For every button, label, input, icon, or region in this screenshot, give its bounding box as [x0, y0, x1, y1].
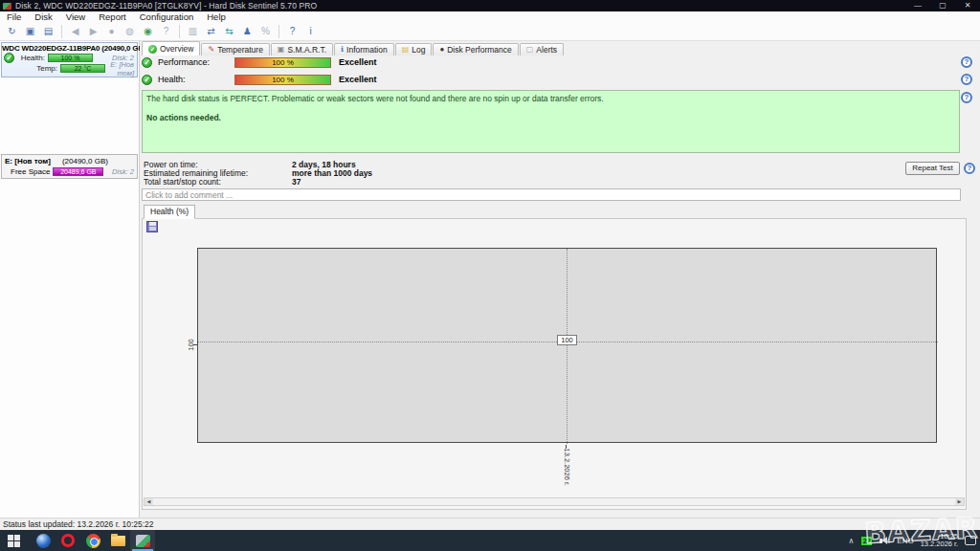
refresh-icon[interactable]: ↻	[4, 24, 20, 39]
disk-status-textbox: The hard disk status is PERFECT. Problem…	[142, 90, 960, 153]
identify-disk-icon[interactable]: ?	[158, 24, 174, 39]
toolbar-separator	[278, 25, 279, 38]
sync-data-icon[interactable]: ⇆	[221, 24, 237, 39]
user-accounts-icon[interactable]: ♟	[239, 24, 256, 39]
tab-disk-performance[interactable]: ● Disk Performance	[433, 43, 518, 55]
disk-performance-icon: ●	[439, 46, 444, 54]
menu-disk[interactable]: Disk	[28, 11, 58, 23]
volume-icon[interactable]: )	[880, 537, 890, 544]
tray-clock[interactable]: 10:25 13.2.2026 г.	[921, 533, 958, 548]
start-stop-count-value: 37	[292, 178, 301, 187]
tab-health-chart[interactable]: Health (%)	[144, 205, 195, 219]
analyse-disk-icon[interactable]: ▣	[22, 24, 38, 39]
health-help-icon[interactable]: ?	[961, 74, 972, 85]
toolbar: ↻ ▣ ▤ ◀ ▶ ● ◍ ◉ ? ▥ ⇄ ⇆ ♟ % ? i	[0, 23, 980, 41]
disk-surface-test-icon[interactable]: ●	[103, 24, 120, 39]
log-icon: ▤	[402, 46, 410, 54]
maximize-button[interactable]: ▢	[930, 0, 955, 11]
menu-help[interactable]: Help	[200, 11, 233, 23]
send-report-icon[interactable]: ⇄	[203, 24, 219, 39]
repeat-test-help-icon[interactable]: ?	[964, 163, 975, 174]
health-label: Health:	[16, 54, 45, 62]
health-meter: 100 %	[234, 75, 331, 85]
disk-status-text: The hard disk status is PERFECT. Problem…	[146, 94, 955, 103]
disk-list-item-selected[interactable]: WDC WD220EDGZ-11B9PA0 (20490,0 GB) ✓ Hea…	[1, 42, 138, 77]
smart-icon: ▣	[278, 46, 285, 54]
tray-chevron-icon[interactable]: ∧	[848, 537, 854, 545]
windows-taskbar: ∧ 22 ) ENG 10:25 13.2.2026 г.	[0, 530, 980, 551]
save-chart-icon[interactable]	[146, 221, 158, 232]
performance-row: ✓ Performance: 100 % Excellent	[142, 55, 974, 69]
disk-status-action: No actions needed.	[146, 113, 955, 122]
taskbar-app-explorer[interactable]	[105, 530, 130, 551]
disk-number-label: Disk: 2	[103, 167, 137, 176]
performance-meter: 100 %	[234, 57, 331, 68]
scroll-left-icon[interactable]: ◀	[145, 498, 153, 505]
windows-logo-icon	[8, 535, 20, 547]
taskbar-app-hdsentinel[interactable]	[130, 530, 155, 551]
repeat-test-button[interactable]: Repeat Test	[905, 162, 960, 175]
next-disk-icon[interactable]: ▶	[85, 24, 101, 39]
disk-list-sidebar: WDC WD220EDGZ-11B9PA0 (20490,0 GB) ✓ Hea…	[0, 41, 140, 518]
screen: Disk 2, WDC WD220EDGZ-11B9PA0 [2TGLK8YV]…	[0, 0, 980, 551]
window-title: Disk 2, WDC WD220EDGZ-11B9PA0 [2TGLK8YV]…	[15, 1, 317, 11]
tray-temperature-badge[interactable]: 22	[860, 536, 873, 546]
menu-configuration[interactable]: Configuration	[133, 11, 201, 23]
tab-temperature[interactable]: ✎ Temperature	[201, 43, 269, 55]
comment-input[interactable]	[142, 188, 961, 201]
start-button[interactable]	[0, 530, 27, 551]
hdsentinel-icon	[136, 535, 150, 547]
taskbar-app-chrome[interactable]	[80, 530, 105, 551]
close-button[interactable]: ✕	[955, 0, 980, 11]
menu-file[interactable]: File	[0, 11, 28, 23]
minimize-button[interactable]: —	[905, 0, 930, 11]
about-info-icon[interactable]: i	[302, 24, 319, 39]
remaining-lifetime-value: more than 1000 days	[292, 169, 372, 178]
disk-model-label: WDC WD220EDGZ-11B9PA0 (20490,0 GB)	[2, 43, 137, 53]
detect-disks-icon[interactable]: ▤	[40, 24, 56, 39]
tab-alerts[interactable]: ▢ Alerts	[520, 43, 564, 55]
chart-horizontal-scrollbar[interactable]: ◀ ▶	[144, 497, 965, 506]
toolbar-separator	[61, 25, 62, 38]
performance-rating: Excellent	[339, 57, 377, 67]
menu-view[interactable]: View	[59, 11, 92, 23]
chrome-icon	[86, 534, 100, 548]
notification-center-icon[interactable]	[965, 536, 976, 545]
status-help-icon[interactable]: ?	[961, 92, 972, 103]
partition-capacity: (20490,0 GB)	[62, 157, 108, 165]
percent-display-icon[interactable]: %	[257, 24, 274, 39]
disk-control-icon[interactable]: ◍	[122, 24, 138, 39]
temp-label: Temp:	[29, 64, 57, 73]
help-icon[interactable]: ?	[284, 24, 301, 39]
health-rating: Excellent	[339, 75, 377, 84]
chart-x-tick-label: 13.2.2026 г.	[563, 449, 571, 493]
taskbar-app-opera[interactable]	[56, 530, 80, 551]
tab-overview[interactable]: ✓ Overview	[142, 41, 200, 55]
health-chart-panel: 100 100 13.2.2026 г. ◀ ▶	[142, 218, 967, 510]
folder-icon	[111, 536, 125, 546]
partition-name: E: [Нов том]	[5, 157, 51, 165]
language-indicator[interactable]: ENG	[897, 537, 913, 545]
system-tray: ∧ 22 ) ENG 10:25 13.2.2026 г.	[848, 530, 976, 551]
report-file-icon[interactable]: ▥	[185, 24, 201, 39]
information-icon: ℹ	[341, 46, 344, 54]
previous-disk-icon[interactable]: ◀	[67, 24, 83, 39]
alerts-icon: ▢	[526, 46, 534, 54]
health-chart-plot-area: 100	[197, 248, 937, 443]
performance-help-icon[interactable]: ?	[961, 56, 972, 68]
scroll-right-icon[interactable]: ▶	[955, 498, 964, 505]
tab-information[interactable]: ℹ Information	[334, 43, 394, 55]
taskbar-app-globe[interactable]	[31, 530, 56, 551]
app-icon	[3, 3, 11, 10]
overview-check-icon: ✓	[148, 45, 157, 54]
thermometer-icon: ✎	[208, 46, 214, 54]
tab-smart[interactable]: ▣ S.M.A.R.T.	[271, 43, 333, 55]
opera-icon	[61, 534, 75, 547]
partition-list-item[interactable]: E: [Нов том] (20490,0 GB) Free Space 204…	[1, 154, 138, 179]
tab-log[interactable]: ▤ Log	[395, 43, 433, 55]
start-stop-count-label: Total start/stop count:	[144, 178, 292, 187]
menu-report[interactable]: Report	[92, 11, 133, 23]
title-bar: Disk 2, WDC WD220EDGZ-11B9PA0 [2TGLK8YV]…	[0, 0, 980, 11]
temp-mini-bar: 22 °C	[60, 64, 105, 73]
online-status-icon[interactable]: ◉	[140, 24, 156, 39]
